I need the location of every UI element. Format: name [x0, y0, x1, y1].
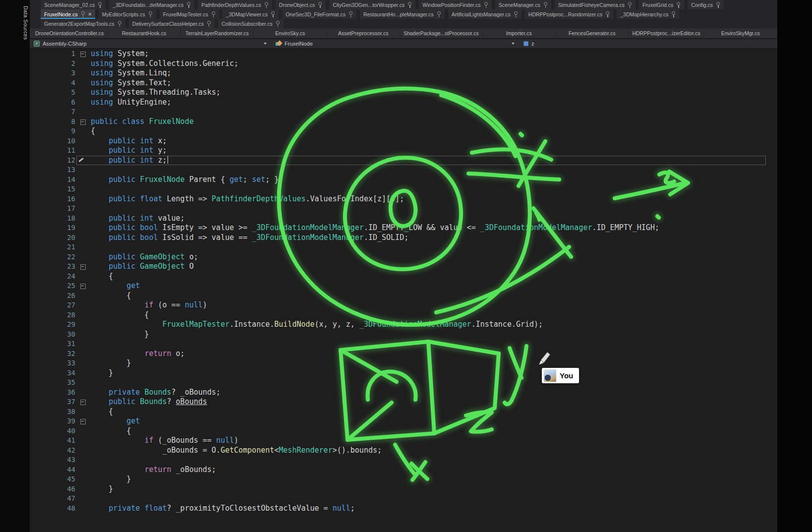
fold-gutter: [75, 494, 91, 504]
file-tab-importer-cs[interactable]: Importer.cs: [483, 28, 556, 38]
file-tab-windowpositionfinder-cs[interactable]: WindowPositionFinder.cs: [419, 0, 491, 9]
fold-gutter: [75, 310, 91, 320]
fold-marker[interactable]: [75, 49, 91, 59]
pin-icon[interactable]: [543, 1, 548, 8]
pin-icon[interactable]: [148, 11, 153, 17]
file-tab-config-cs[interactable]: Config.cs: [688, 0, 724, 9]
pin-icon[interactable]: [676, 1, 681, 8]
file-tab-fruxelgrid-cs[interactable]: FruxelGrid.cs: [639, 0, 684, 9]
pin-icon[interactable]: [436, 11, 441, 17]
file-tab-fruxelmaptester-cs[interactable]: FruxelMapTester.cs: [160, 9, 219, 19]
fold-gutter: [75, 358, 91, 368]
file-tab-myeditorscripts-cs[interactable]: MyEditorScripts.cs: [99, 9, 156, 19]
pin-icon[interactable]: [715, 1, 720, 8]
data-sources-tab[interactable]: Data Sources: [23, 6, 29, 40]
code-text: get: [91, 416, 777, 426]
file-tab-restaurantho-plemanager-cs[interactable]: RestaurantHo...pleManager.cs: [360, 9, 445, 19]
file-tab-onesec3d-fileformat-cs[interactable]: OneSec3D_FileFormat.cs: [282, 9, 356, 19]
file-tab-artificiallightsmanager-cs[interactable]: ArtificialLightsManager.cs: [448, 9, 522, 19]
file-tab-shaderpackage-stprocessor-cs[interactable]: ShaderPackage...stProcessor.cs: [400, 28, 483, 38]
pin-icon[interactable]: [186, 1, 191, 8]
line-number: 28: [30, 310, 75, 320]
tab-row-4: DroneOrientationController.csRestaurantH…: [30, 28, 777, 39]
fold-marker[interactable]: [75, 117, 91, 127]
pin-icon[interactable]: [264, 1, 269, 8]
fold-gutter: [75, 378, 91, 388]
fold-gutter: [75, 474, 91, 484]
pin-icon[interactable]: [627, 1, 632, 8]
file-tab-enviroskymgr-cs[interactable]: EnviroSkyMgr.cs: [704, 28, 777, 38]
pin-icon[interactable]: [483, 1, 488, 8]
pin-icon[interactable]: [206, 20, 211, 27]
pin-icon[interactable]: [80, 11, 85, 17]
project-dropdown[interactable]: # Assembly-CSharp: [30, 39, 272, 48]
type-dropdown[interactable]: FruxelNode: [272, 39, 520, 48]
fold-marker[interactable]: [75, 281, 91, 291]
file-tab-pathfinderdepthvalues-cs[interactable]: PathfinderDepthValues.cs: [198, 0, 272, 9]
code-line-7: 7: [30, 107, 777, 117]
code-text: [91, 165, 777, 175]
fold-marker[interactable]: [75, 397, 91, 407]
fold-marker[interactable]: [75, 262, 91, 272]
pin-icon[interactable]: [605, 11, 610, 17]
pin-icon[interactable]: [348, 11, 353, 17]
fold-gutter: [75, 78, 91, 88]
file-tab-fencesgenerator-cs[interactable]: FencesGenerator.cs: [556, 28, 629, 38]
line-number: 29: [30, 320, 75, 330]
tab-label: SceneManager_02.cs: [44, 2, 95, 8]
fold-gutter: [75, 88, 91, 98]
pin-icon[interactable]: [407, 1, 412, 8]
line-number: 16: [30, 194, 75, 204]
file-tab--3dmapviewer-cs[interactable]: _3DMapViewer.cs: [223, 9, 279, 19]
fold-gutter: [75, 156, 91, 166]
file-tab--3dmaphierarchy-cs[interactable]: _3DMapHierarchy.cs: [617, 9, 679, 19]
pin-icon[interactable]: [671, 11, 676, 17]
file-tab-restauranthook-cs[interactable]: RestaurantHook.cs: [108, 28, 180, 38]
line-number: 22: [30, 252, 75, 262]
line-number: 44: [30, 465, 75, 475]
file-tab--3dfoundatio-delmanager-cs[interactable]: _3DFoundatio...delManager.cs: [109, 0, 194, 9]
code-text: [91, 455, 777, 465]
code-text: using System.Linq;: [91, 68, 777, 78]
csharp-project-icon: #: [34, 41, 40, 47]
file-tab-droneorientationcontroller-cs[interactable]: DroneOrientationController.cs: [32, 28, 108, 38]
file-tab-envirosky-cs[interactable]: EnviroSky.cs: [254, 28, 327, 38]
pin-icon[interactable]: [117, 20, 122, 27]
file-tab-citygen3dgen-torwrapper-cs[interactable]: CityGen3DGen...torWrapper.cs: [329, 0, 415, 9]
pin-icon[interactable]: [317, 1, 322, 8]
file-tab-hdrppostproc-randomizer-cs[interactable]: HDRPPostproc...Randomizer.cs: [525, 9, 613, 19]
code-editor[interactable]: 1using System;2using System.Collections.…: [30, 49, 777, 532]
code-text: using System.Collections.Generic;: [91, 59, 777, 69]
member-dropdown[interactable]: z: [520, 39, 777, 48]
fold-gutter: [75, 204, 91, 214]
file-tab-hdrppostproc-izereditor-cs[interactable]: HDRPPostproc...izerEditor.cs: [629, 28, 704, 38]
fold-gutter: [75, 194, 91, 204]
file-tab-scenemanager-cs[interactable]: SceneManager.cs: [495, 0, 551, 9]
tab-label: CityGen3DGen...torWrapper.cs: [333, 2, 405, 8]
file-tab-simulatedfisheyecamera-cs[interactable]: SimulatedFisheyeCamera.cs: [555, 0, 636, 9]
tab-label: _3DMapViewer.cs: [226, 11, 268, 17]
file-tab-terrainlayerrandomizer-cs[interactable]: TerrainLayerRandomizer.cs: [181, 28, 254, 38]
file-tab-scenemanager-02-cs[interactable]: SceneManager_02.cs: [41, 0, 106, 9]
line-number: 9: [30, 126, 75, 136]
pin-icon[interactable]: [513, 11, 518, 17]
code-text: [91, 339, 777, 349]
file-tab-generator2exportmaptools-cs[interactable]: Generator2ExportMapTools.cs: [41, 19, 125, 28]
file-tab-collisionsubscriber-cs[interactable]: CollisionSubscriber.cs: [218, 19, 284, 28]
pin-icon[interactable]: [270, 11, 275, 17]
code-text: get: [91, 281, 777, 291]
code-line-34: 34 }: [30, 368, 777, 378]
file-tab-fruxelnode-cs[interactable]: FruxelNode.cs×: [41, 9, 95, 19]
line-number: 47: [30, 494, 75, 504]
pin-icon[interactable]: [97, 1, 102, 8]
close-icon[interactable]: ×: [88, 11, 92, 17]
file-tab-assetpreprocessor-cs[interactable]: AssetPreprocessor.cs: [327, 28, 400, 38]
file-tab-droneobject-cs[interactable]: DroneObject.cs: [276, 0, 326, 9]
field-icon: [523, 41, 528, 46]
pin-icon[interactable]: [211, 11, 216, 17]
file-tab-deliverysurfaceclasshelper-cs[interactable]: DeliverySurfaceClassHelper.cs: [129, 19, 215, 28]
line-number: 41: [30, 436, 75, 446]
code-text: public int y;: [91, 146, 777, 156]
pin-icon[interactable]: [275, 20, 280, 27]
fold-marker[interactable]: [75, 416, 91, 426]
